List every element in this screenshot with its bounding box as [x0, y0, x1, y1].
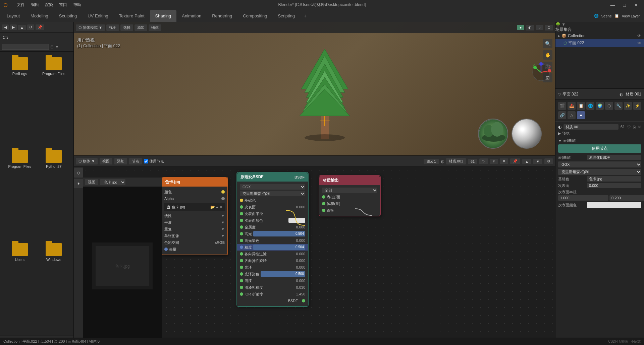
- colorspace-value[interactable]: sRGB: [215, 240, 225, 245]
- tab-texture-paint[interactable]: Texture Paint: [114, 10, 150, 22]
- ne-copy-btn[interactable]: ⎘: [490, 159, 498, 164]
- file-item-windows[interactable]: Windows: [38, 242, 70, 332]
- viewport-overlay[interactable]: ⊙: [545, 25, 553, 30]
- outliner-filter-icon[interactable]: ▼: [561, 22, 566, 27]
- menu-window[interactable]: 窗口: [56, 1, 70, 8]
- props-surface-type-input[interactable]: [587, 155, 641, 160]
- props-modifier-tab[interactable]: 🔧: [614, 102, 623, 110]
- nav-refresh[interactable]: ↺: [27, 24, 34, 30]
- props-copy-btn[interactable]: ⎘: [633, 125, 636, 130]
- tab-animation[interactable]: Animation: [176, 10, 207, 22]
- tab-rendering[interactable]: Rendering: [207, 10, 237, 22]
- output-alpha-socket[interactable]: [221, 197, 225, 200]
- repeat-dropdown[interactable]: ▼: [221, 227, 225, 231]
- anisotropic-rotation-socket[interactable]: [240, 259, 243, 262]
- bsdf-output-socket[interactable]: [302, 299, 305, 302]
- material-output-node[interactable]: 材质输出 全部 表(曲)面: [319, 175, 381, 216]
- sheen-tint-socket[interactable]: [240, 272, 243, 276]
- viewport-shading-material[interactable]: ◐: [526, 25, 534, 30]
- viewport-gizmo[interactable]: X Y Z: [531, 62, 551, 82]
- outliner-visibility-icon[interactable]: 👁: [637, 33, 641, 38]
- outliner-plane-visibility-icon[interactable]: 👁: [637, 41, 641, 46]
- object-menu[interactable]: 物体: [149, 24, 161, 31]
- props-material-tab[interactable]: ●: [577, 111, 585, 119]
- ne-strip-icon2[interactable]: 👁: [74, 179, 83, 188]
- pan-icon[interactable]: ✋: [543, 50, 552, 60]
- nav-back[interactable]: ◀: [2, 24, 9, 30]
- props-view-tab[interactable]: 📋: [577, 102, 585, 110]
- ne-strip-icon1[interactable]: ⬡: [74, 168, 83, 178]
- specular-tint-socket[interactable]: [240, 239, 243, 242]
- search-input[interactable]: [2, 44, 49, 50]
- props-base-color-input[interactable]: [587, 176, 641, 182]
- file-item-programfiles2[interactable]: Program Files: [4, 148, 36, 238]
- environment-thumbnail[interactable]: [478, 119, 508, 149]
- props-render-tab[interactable]: 🎬: [558, 102, 566, 110]
- ne-heart-btn[interactable]: ♡: [479, 158, 488, 164]
- sheen-tint-slider[interactable]: 0.500: [261, 271, 305, 277]
- outliner-item-collection[interactable]: ▶ 📦 Collection 👁: [555, 32, 644, 39]
- nav-bookmark[interactable]: 📌: [36, 24, 44, 30]
- mode-selector[interactable]: ⬡ 物体模式 ▼: [76, 24, 105, 31]
- props-delete-btn[interactable]: ✕: [638, 125, 641, 130]
- props-subsurface-method-select[interactable]: 克里斯坦森-伯利: [558, 169, 641, 175]
- bsdf-distribution-select[interactable]: GGX: [240, 184, 305, 190]
- zoom-icon[interactable]: 🔍: [543, 39, 552, 48]
- add-menu[interactable]: 添加: [135, 24, 147, 31]
- props-subsurface-color-swatch[interactable]: [587, 202, 641, 208]
- select-menu[interactable]: 选择: [120, 24, 133, 31]
- props-scene-tab[interactable]: 🌐: [586, 102, 594, 110]
- roughness-slider[interactable]: 0.504: [253, 245, 305, 250]
- output-color-socket[interactable]: [221, 190, 225, 194]
- anisotropic-socket[interactable]: [240, 252, 243, 256]
- clearcoat-socket[interactable]: [240, 279, 243, 282]
- grid-view-icon[interactable]: ⊞: [50, 45, 54, 49]
- props-subsurface-input[interactable]: [587, 183, 641, 188]
- use-nodes-button[interactable]: 使用节点: [558, 144, 641, 153]
- filter-icon[interactable]: ▼: [55, 45, 59, 49]
- props-world-tab[interactable]: 🌍: [596, 102, 604, 110]
- outliner-item-plane[interactable]: ⬡ 平面.022 👁: [555, 39, 644, 47]
- ne-object-selector[interactable]: ⬡ 物体 ▼: [76, 158, 98, 164]
- props-subsurface-radius-1[interactable]: [558, 195, 608, 201]
- file-item-perflogs[interactable]: PerfLogs: [4, 56, 36, 146]
- material-preview-thumbnail[interactable]: [512, 119, 542, 149]
- specular-socket[interactable]: [240, 232, 243, 235]
- close-button[interactable]: ✕: [631, 2, 641, 8]
- node-canvas[interactable]: ⬡ 👁 视图 色卡.jpg: [74, 167, 555, 345]
- menu-edit[interactable]: 编辑: [28, 1, 42, 8]
- tab-sculpting[interactable]: Sculpting: [54, 10, 82, 22]
- mo-displacement-socket[interactable]: [322, 209, 325, 212]
- ne-node-menu[interactable]: 节点: [129, 158, 142, 164]
- minimize-button[interactable]: —: [608, 2, 618, 8]
- tab-compositing[interactable]: Compositing: [237, 10, 272, 22]
- props-subsurface-radius-2[interactable]: [609, 195, 644, 201]
- props-preview-title[interactable]: ▶ 预览: [558, 131, 641, 136]
- props-object-tab[interactable]: ⬡: [605, 102, 613, 110]
- texture-image-browse[interactable]: 📂: [210, 205, 215, 209]
- ne-down-btn[interactable]: ▼: [533, 159, 542, 164]
- vector-socket[interactable]: [164, 248, 168, 251]
- props-distribution-select[interactable]: GGX: [558, 161, 641, 167]
- tab-shading[interactable]: Shading: [150, 10, 177, 22]
- ne-pin-btn[interactable]: 📌: [510, 158, 520, 164]
- props-particles-tab[interactable]: ✨: [624, 102, 632, 110]
- sheen-socket[interactable]: [240, 266, 243, 269]
- tab-modeling[interactable]: Modeling: [25, 10, 54, 22]
- ior-socket[interactable]: [240, 292, 243, 296]
- bsdf-node[interactable]: 原理化BSDF BSDF GGX 克里斯坦森-伯利: [236, 172, 309, 307]
- bsdf-subsurface-method-select[interactable]: 克里斯坦森-伯利: [240, 191, 305, 196]
- props-heart-btn[interactable]: ♡: [627, 125, 631, 130]
- ip-type-select[interactable]: 色卡.jpg: [100, 179, 125, 185]
- texture-node[interactable]: 色卡.jpg 颜色 Alpha 🖼: [161, 177, 228, 255]
- ne-view-menu[interactable]: 视图: [100, 158, 112, 164]
- view-menu[interactable]: 视图: [106, 24, 119, 31]
- ip-view-btn[interactable]: 视图: [85, 179, 98, 185]
- roughness-socket[interactable]: [240, 246, 243, 249]
- base-color-socket[interactable]: [240, 199, 243, 202]
- subsurface-radius-socket[interactable]: [240, 212, 243, 215]
- menu-render[interactable]: 渲染: [42, 1, 56, 8]
- mo-target-select[interactable]: 全部: [322, 188, 377, 193]
- linear-dropdown[interactable]: ▼: [221, 214, 225, 218]
- specular-slider[interactable]: 0.504: [253, 231, 305, 236]
